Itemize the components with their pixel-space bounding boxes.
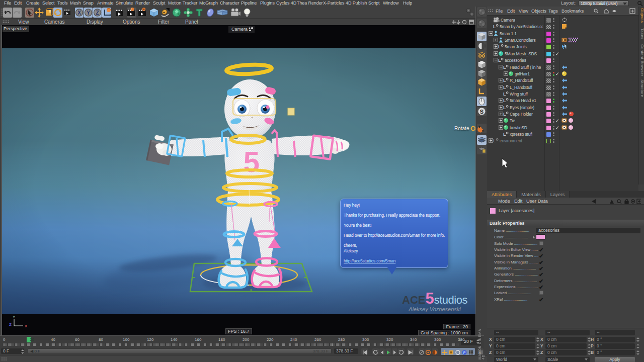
svg-text:Z: Z (96, 10, 99, 16)
svg-text:L: L (503, 98, 506, 103)
svg-text:L: L (498, 44, 501, 49)
svg-text:L: L (503, 112, 506, 117)
svg-text:S: S (480, 109, 484, 115)
svg-text:Z: Z (9, 322, 12, 327)
svg-text:X: X (77, 10, 81, 16)
svg-text:L: L (503, 132, 506, 137)
svg-text:Y: Y (13, 315, 16, 319)
svg-text:L: L (503, 92, 506, 97)
svg-text:5: 5 (244, 145, 260, 178)
svg-text:L: L (503, 65, 506, 70)
svg-text:L: L (493, 24, 496, 29)
svg-text:X: X (25, 324, 28, 328)
svg-text:Y: Y (87, 10, 90, 16)
svg-text:L: L (498, 58, 501, 63)
svg-text:P: P (463, 351, 466, 354)
svg-text:L: L (503, 78, 506, 83)
svg-text:L: L (503, 105, 506, 110)
svg-text:L: L (493, 138, 496, 143)
svg-text:L: L (503, 85, 506, 90)
